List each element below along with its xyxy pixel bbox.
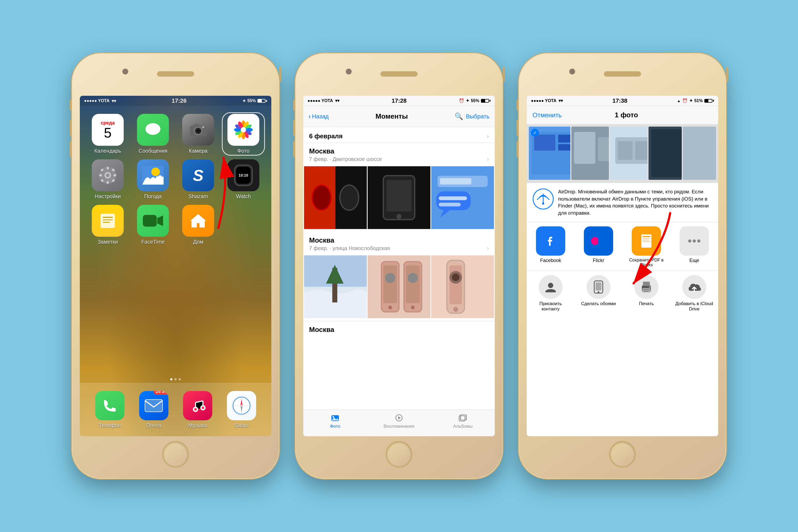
tab-photos[interactable]: Фото (303, 413, 367, 429)
select-btn-2[interactable]: Выбрать (466, 113, 490, 120)
photo-thumb-snow[interactable] (304, 255, 367, 318)
photo-thumb-screenshot[interactable] (431, 166, 494, 229)
photo-thumb-iphone-pink-2[interactable] (431, 255, 494, 318)
svg-point-34 (151, 168, 160, 176)
app-calendar[interactable]: среда 5 Календарь (88, 114, 128, 154)
phone-vol-down-btn-1[interactable] (70, 141, 72, 157)
phone-power-btn-2[interactable] (503, 67, 505, 82)
svg-rect-109 (618, 141, 632, 160)
share-cancel-btn[interactable]: Отменить (533, 111, 562, 119)
share-app-more[interactable]: Еще (674, 226, 715, 267)
phone-camera-3 (569, 69, 575, 75)
dock-app-music[interactable]: Музыка (183, 391, 212, 429)
time-display-2: 17:28 (392, 97, 406, 104)
dock-label-mail: Почта (146, 422, 161, 429)
share-action-print[interactable]: Печать (626, 275, 667, 312)
photo-thumb-dark[interactable] (367, 166, 431, 229)
search-icon-2[interactable]: 🔍 (455, 112, 463, 120)
share-action-wallpaper[interactable]: Сделать обоями (578, 275, 619, 312)
phone-mute-btn-3[interactable] (517, 100, 519, 110)
app-photos[interactable]: Фото (224, 114, 263, 154)
phone-home-btn-2[interactable] (386, 441, 412, 468)
photo-thumb-iphone-pink-1[interactable] (367, 255, 431, 318)
app-camera[interactable]: Камера (178, 114, 218, 154)
share-app-ibooks[interactable]: Сохранить PDF в iBooks (626, 226, 667, 267)
person-icon (539, 275, 563, 299)
phone-camera-2 (346, 69, 352, 75)
app-label-calendar: Календарь (94, 148, 121, 154)
time-display-3: 17:38 (612, 97, 627, 104)
phone-camera-1 (122, 69, 128, 75)
nav-action-2[interactable]: 🔍 Выбрать (455, 112, 490, 120)
phone-home-btn-3[interactable] (609, 441, 636, 468)
carrier-text-2: ●●●●● YOTA (307, 98, 333, 103)
phone-vol-down-btn-3[interactable] (517, 141, 519, 157)
dock-app-phone[interactable]: Телефон (95, 391, 125, 429)
svg-rect-132 (595, 283, 602, 290)
app-weather[interactable]: Погода (133, 159, 173, 200)
phone-vol-up-btn-2[interactable] (293, 120, 295, 136)
svg-rect-113 (683, 127, 716, 180)
phone-vol-up-btn-1[interactable] (70, 120, 72, 136)
app-home[interactable]: Дом (178, 205, 218, 245)
phone-mute-btn-1[interactable] (70, 100, 72, 110)
mail-badge: 25 340 (154, 391, 168, 395)
strip-photo-4[interactable] (648, 127, 682, 180)
strip-photo-3[interactable] (610, 127, 647, 180)
location-arrow-2[interactable]: › (487, 244, 489, 252)
tab-label-photos: Фото (330, 424, 340, 429)
phone-vol-up-btn-3[interactable] (517, 120, 519, 136)
photos-scroll-area[interactable]: 6 февраля › Москва 7 февр. · Дмитровское… (303, 127, 495, 410)
tab-albums[interactable]: Альбомы (431, 413, 495, 429)
battery-text-2: 55% (471, 98, 479, 103)
share-label-ibooks: Сохранить PDF в iBooks (626, 258, 667, 267)
photo-thumb-vr[interactable] (304, 166, 367, 229)
app-facetime[interactable]: FaceTime (133, 205, 173, 245)
tab-memories[interactable]: Воспоминания (367, 413, 431, 429)
carrier-text-3: ●●●●● YOTA (531, 98, 556, 103)
strip-photo-5[interactable] (683, 127, 716, 180)
nav-back-btn-2[interactable]: ‹ Назад (308, 112, 329, 120)
phone-power-btn-3[interactable] (726, 67, 728, 82)
dock-app-mail[interactable]: 25 340 Почта (139, 391, 168, 429)
location-arrow-1[interactable]: › (487, 155, 489, 163)
app-messages[interactable]: Сообщения (133, 114, 173, 154)
app-watch[interactable]: 10:10 Watch (224, 159, 263, 200)
moment-date-text-1: 6 февраля (309, 132, 343, 140)
page-dot-active (170, 378, 172, 380)
share-label-facebook: Facebook (540, 258, 561, 263)
wifi-icon-3: ▾▾ (558, 98, 563, 103)
app-settings[interactable]: Настройки (88, 159, 128, 200)
share-action-icloud[interactable]: Добавить в iCloud Drive (674, 275, 715, 312)
moment-date-arrow-1[interactable]: › (487, 132, 489, 140)
svg-rect-6 (194, 124, 199, 127)
share-apps-row: Facebook Flickr (527, 222, 718, 271)
svg-point-115 (542, 203, 544, 205)
share-app-facebook[interactable]: Facebook (530, 226, 571, 267)
memories-tab-icon (394, 413, 404, 423)
phone-vol-down-btn-2[interactable] (293, 141, 295, 157)
svg-rect-124 (642, 238, 650, 239)
share-label-more: Еще (689, 258, 699, 263)
location-city-3: Москва (309, 326, 489, 334)
print-icon (634, 275, 658, 299)
app-notes[interactable]: Заметки (88, 205, 128, 245)
share-action-contact[interactable]: Присвоить контакту (530, 275, 571, 312)
phone-power-btn-1[interactable] (279, 67, 281, 82)
app-label-photos: Фото (237, 148, 249, 154)
app-shazam[interactable]: S Shazam (178, 159, 218, 200)
strip-photo-2[interactable] (571, 127, 609, 180)
share-app-flickr[interactable]: Flickr (578, 226, 619, 267)
strip-photo-1[interactable]: ✓ (529, 127, 570, 180)
svg-rect-37 (103, 220, 113, 220)
chevron-left-icon-2: ‹ (308, 112, 311, 120)
phone-mute-btn-2[interactable] (293, 100, 295, 110)
svg-rect-36 (103, 217, 113, 218)
photo-grid-2 (303, 254, 495, 319)
dock-app-safari[interactable]: Safari (227, 391, 256, 429)
share-count-label: 1 фото (615, 111, 638, 119)
photo-strip-3[interactable]: ✓ (527, 125, 718, 183)
share-action-label-icloud: Добавить в iCloud Drive (674, 301, 715, 312)
phone-home-btn-1[interactable] (162, 441, 189, 468)
cloud-upload-icon (682, 275, 706, 299)
